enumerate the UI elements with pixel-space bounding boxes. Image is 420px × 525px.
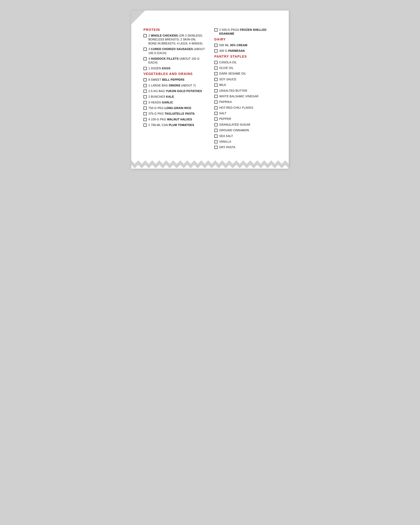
- checkbox-icon[interactable]: [214, 61, 217, 64]
- list-item[interactable]: 300 G PARMESAN: [214, 49, 277, 53]
- checkbox-icon[interactable]: [214, 89, 217, 92]
- checkbox-icon[interactable]: [214, 140, 217, 143]
- checkbox-icon[interactable]: [143, 78, 147, 81]
- list-item[interactable]: DARK SESAME OIL: [214, 72, 277, 75]
- list-item[interactable]: 3 CURED CHORIZO SAUSAGES (ABOUT 100 G EA…: [143, 47, 206, 55]
- section-title-pantry: PANTRY STAPLES: [214, 55, 277, 58]
- item-label: MILK: [219, 83, 277, 87]
- item-label: SALT: [219, 112, 277, 115]
- checkbox-icon[interactable]: [214, 129, 217, 132]
- list-item[interactable]: UNSALTED BUTTER: [214, 89, 277, 93]
- checkbox-icon[interactable]: [143, 123, 147, 127]
- item-label: SEA SALT: [219, 134, 277, 138]
- list-item[interactable]: SEA SALT: [214, 134, 277, 138]
- list-item[interactable]: 4 HADDOCK FILLETS (ABOUT 150 G EACH): [143, 57, 206, 65]
- item-label: CANOLA OIL: [219, 61, 277, 64]
- right-column: 2 500-G PKGS FROZEN SHELLED EDAMAMEDAIRY…: [214, 28, 277, 151]
- checkbox-icon[interactable]: [143, 101, 147, 104]
- item-label: 3 CURED CHORIZO SAUSAGES (ABOUT 100 G EA…: [149, 47, 206, 55]
- checkbox-icon[interactable]: [143, 34, 147, 37]
- item-label: WHITE BALSAMIC VINEGAR: [219, 94, 277, 98]
- checkbox-icon[interactable]: [214, 112, 217, 115]
- list-item[interactable]: MILK: [214, 83, 277, 87]
- list-item[interactable]: CANOLA OIL: [214, 61, 277, 64]
- checkbox-icon[interactable]: [143, 95, 147, 98]
- checkbox-icon[interactable]: [143, 90, 147, 93]
- checkbox-icon[interactable]: [214, 84, 217, 87]
- item-label: DRY PASTA: [219, 145, 277, 149]
- list-item[interactable]: GROUND CINNAMON: [214, 129, 277, 132]
- item-label: 4 HADDOCK FILLETS (ABOUT 150 G EACH): [149, 57, 206, 65]
- list-item[interactable]: WHITE BALSAMIC VINEGAR: [214, 94, 277, 98]
- left-column: PROTEIN2 WHOLE CHICKENS (OR 2 SKINLESS, …: [143, 28, 206, 129]
- checkbox-icon[interactable]: [214, 66, 217, 70]
- item-label: 2 BUNCHES KALE: [149, 95, 206, 99]
- checkbox-icon[interactable]: [214, 117, 217, 121]
- item-label: 4 100-G PKG WALNUT HALVES: [149, 118, 206, 122]
- item-label: UNSALTED BUTTER: [219, 89, 277, 93]
- item-label: 375-G PKG TAGLIATELLE PASTA: [149, 112, 206, 116]
- checkbox-icon[interactable]: [214, 101, 217, 103]
- item-label: 1 DOZEN EGGS: [149, 66, 206, 70]
- item-label: PAPRIKA: [219, 100, 277, 104]
- checkbox-icon[interactable]: [214, 106, 217, 109]
- checkbox-icon[interactable]: [143, 107, 147, 110]
- list-item[interactable]: SALT: [214, 112, 277, 115]
- list-item[interactable]: PEPPER: [214, 117, 277, 121]
- section-vegetables: VEGETABLES AND GRAINS8 SWEET BELL PEPPER…: [143, 72, 206, 127]
- list-item[interactable]: 2 796-ML CAN PLUM TOMATOES: [143, 123, 206, 127]
- list-item[interactable]: SOY SAUCE: [214, 77, 277, 81]
- list-item[interactable]: 1 DOZEN EGGS: [143, 66, 206, 70]
- item-label: VANILLA: [219, 140, 277, 144]
- item-label: 8 SWEET BELL PEPPERS: [149, 78, 206, 82]
- item-label: HOT-RED-CHILI FLAKES: [219, 106, 277, 110]
- list-item[interactable]: 2 500-G PKGS FROZEN SHELLED EDAMAME: [214, 28, 277, 36]
- list-item[interactable]: 2 BUNCHES KALE: [143, 95, 206, 99]
- checkbox-icon[interactable]: [214, 95, 217, 98]
- section-title-dairy: DAIRY: [214, 38, 277, 41]
- checkbox-icon[interactable]: [214, 78, 217, 81]
- checkbox-icon[interactable]: [143, 67, 147, 70]
- item-label: 1 LARGE BAG ONIONS (ABOUT 7): [149, 84, 206, 87]
- checkbox-icon[interactable]: [143, 57, 147, 60]
- section-dairy: DAIRY500 ML 35% CREAM300 G PARMESAN: [214, 38, 277, 53]
- item-label: DARK SESAME OIL: [219, 72, 277, 75]
- checkbox-icon[interactable]: [214, 72, 217, 75]
- item-label: SOY SAUCE: [219, 77, 277, 81]
- checkbox-icon[interactable]: [214, 135, 217, 138]
- item-label: 2 WHOLE CHICKENS (OR 2 SKINLESS, BONELES…: [149, 34, 206, 46]
- checkbox-icon[interactable]: [214, 123, 217, 126]
- checkbox-icon[interactable]: [143, 84, 147, 87]
- list-item[interactable]: 500 ML 35% CREAM: [214, 43, 277, 47]
- section-title-vegetables: VEGETABLES AND GRAINS: [143, 72, 206, 76]
- item-label: 300 G PARMESAN: [219, 49, 277, 53]
- checkbox-icon[interactable]: [143, 118, 147, 121]
- checkbox-icon[interactable]: [214, 28, 217, 31]
- list-item[interactable]: PAPRIKA: [214, 100, 277, 104]
- list-item[interactable]: 750-G PKG LONG-GRAIN RICE: [143, 106, 206, 110]
- checkbox-icon[interactable]: [214, 49, 217, 53]
- list-item[interactable]: 2.5-KG BAG YUKON GOLD POTATOES: [143, 89, 206, 93]
- item-label: PEPPER: [219, 117, 277, 121]
- item-label: 750-G PKG LONG-GRAIN RICE: [149, 106, 206, 110]
- list-item[interactable]: OLIVE OIL: [214, 66, 277, 70]
- item-label: 500 ML 35% CREAM: [219, 43, 277, 47]
- list-item[interactable]: 8 SWEET BELL PEPPERS: [143, 78, 206, 82]
- list-item[interactable]: 2 WHOLE CHICKENS (OR 2 SKINLESS, BONELES…: [143, 34, 206, 46]
- section-pantry: PANTRY STAPLESCANOLA OILOLIVE OILDARK SE…: [214, 55, 277, 150]
- list-item[interactable]: VANILLA: [214, 140, 277, 144]
- list-item[interactable]: 375-G PKG TAGLIATELLE PASTA: [143, 112, 206, 116]
- checkbox-icon[interactable]: [214, 146, 217, 149]
- checkbox-icon[interactable]: [143, 47, 147, 51]
- item-label: 2 500-G PKGS FROZEN SHELLED EDAMAME: [219, 28, 277, 36]
- checkbox-icon[interactable]: [143, 112, 147, 115]
- checkbox-icon[interactable]: [214, 44, 217, 47]
- section-title-protein: PROTEIN: [143, 28, 206, 32]
- list-item[interactable]: 3 HEADS GARLIC: [143, 101, 206, 104]
- list-item[interactable]: GRANULATED SUGAR: [214, 123, 277, 127]
- list-item[interactable]: HOT-RED-CHILI FLAKES: [214, 106, 277, 110]
- list-item[interactable]: 1 LARGE BAG ONIONS (ABOUT 7): [143, 84, 206, 87]
- list-item[interactable]: DRY PASTA: [214, 145, 277, 149]
- list-item[interactable]: 4 100-G PKG WALNUT HALVES: [143, 118, 206, 122]
- content-columns: PROTEIN2 WHOLE CHICKENS (OR 2 SKINLESS, …: [143, 28, 277, 151]
